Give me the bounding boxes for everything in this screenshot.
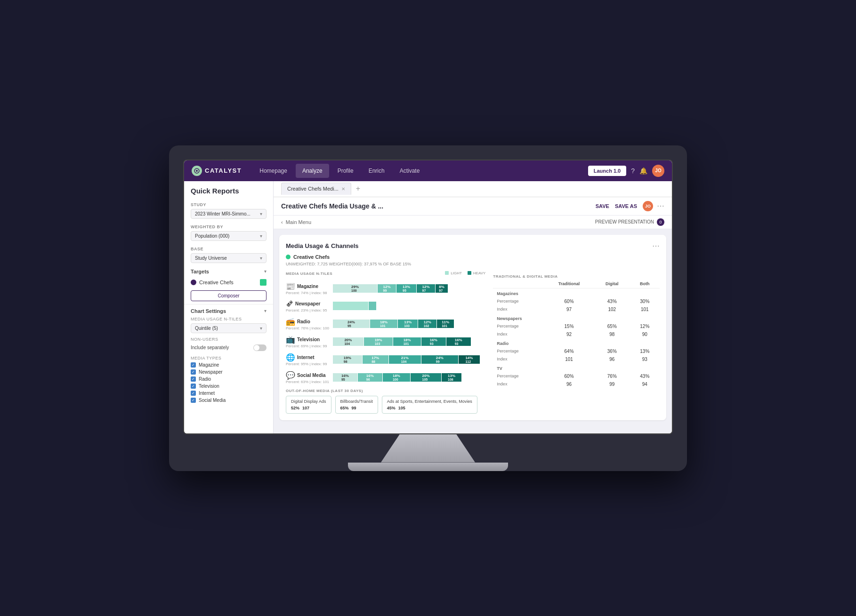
include-separately-toggle[interactable] [253,344,266,351]
weighted-dropdown[interactable]: Population (000) ▾ [191,231,266,241]
nav-analyze[interactable]: Analyze [296,164,329,178]
td-row-tv-cat: TV [493,363,660,372]
td-table: Traditional Digital Both Magazines [493,280,660,388]
ooh-cards: Digital Display Ads 52% 107 [286,396,485,414]
bar-container-newspaper [333,302,485,310]
non-users-row: Include separately [184,343,273,353]
bar-container-magazine: 29%100 12%99 13%95 12%97 8%97 [333,284,485,293]
td-row-tv-pct: Percentage 60% 76% 43% [493,372,660,380]
targets-header[interactable]: Targets ▾ [184,266,273,277]
social-media-checkbox[interactable] [191,398,196,403]
nav-profile[interactable]: Profile [331,164,360,178]
bar-q2-internet: 17%88 [363,355,388,364]
checkbox-radio[interactable]: Radio [184,376,273,383]
legend-heavy: HEAVY [468,271,486,275]
tab-close-icon[interactable]: ✕ [341,186,345,192]
study-dropdown[interactable]: 2023 Winter MRI-Simmo... ▾ [191,209,266,219]
bar-row-internet: 19%98 17%88 21%104 24%99 14%112 [333,355,485,364]
report-content: Media Usage & Channels ⋯ Creative Chefs … [274,229,672,433]
media-label-internet: 🌐 Internet Percent: 95% | Index: 99 [286,353,333,366]
bar-q4-social: 20%105 [411,373,441,382]
nav-activate[interactable]: Activate [393,164,427,178]
nav-items: Homepage Analyze Profile Enrich Activate [253,164,588,178]
breadcrumb[interactable]: ‹ Main Menu [281,219,311,225]
bell-icon[interactable]: 🔔 [639,167,647,175]
heavy-legend-icon [468,271,471,275]
television-checkbox[interactable] [191,384,196,389]
td-row-newspapers-cat: Newspapers [493,313,660,322]
preview-presentation-button[interactable]: PREVIEW PRESENTATION 0 [595,218,664,226]
weighted-value: Population (000) [195,233,229,239]
media-label-television: 📺 Television Percent: 69% | Index: 99 [286,335,333,348]
media-label-social: 💬 Social Media Percent: 63% | Index: 101 [286,371,333,384]
base-dropdown[interactable]: Study Universe ▾ [191,253,266,263]
media-label-magazine: 📰 Magazine Percent: 74% | Index: 98 [286,282,333,295]
ooh-card-vals-1: 52% 107 [291,406,326,410]
media-usage-dropdown[interactable]: Quintile (5) ▾ [191,323,266,333]
checkbox-internet[interactable]: Internet [184,390,273,397]
bar-q4-tv: 16%93 [421,337,446,346]
td-row-magazines-pct: Percentage 60% 43% 30% [493,297,660,305]
bar-row-television: 20%104 19%103 18%101 16%93 16%93 [333,337,485,346]
ooh-card-billboards: Billboards/Transit 65% 99 [335,396,378,414]
checkbox-social-media[interactable]: Social Media [184,397,273,404]
bar-container-social: 16%95 16%96 18%100 20%105 13%108 [333,373,485,382]
checkbox-television[interactable]: Television [184,383,273,390]
ooh-section: OUT-OF-HOME MEDIA (LAST 30 DAYS) Digital… [286,389,485,414]
td-row-magazines-idx: Index 97 102 101 [493,305,660,313]
bar-q1-radio: 24%95 [333,320,370,328]
bar-q4-magazine: 12%97 [417,284,435,293]
checkbox-magazine[interactable]: Magazine [184,361,273,368]
base-label: BASE [191,247,266,251]
target-item: Creative Chefs [184,277,273,288]
card-more-icon[interactable]: ⋯ [652,241,660,250]
logo-icon [192,166,202,176]
composer-button[interactable]: Composer [191,290,266,301]
monitor-outer: CATALYST Homepage Analyze Profile Enrich… [169,145,687,471]
bar-q1-newspaper [333,302,368,310]
avatar[interactable]: JO [652,165,664,177]
study-section: STUDY 2023 Winter MRI-Simmo... ▾ [184,200,273,222]
nav-enrich[interactable]: Enrich [362,164,391,178]
bar-q2-newspaper [369,302,376,310]
media-usage-section: Quintile (5) ▾ [184,322,273,336]
media-row-internet: 🌐 Internet Percent: 95% | Index: 99 19%9… [286,353,485,366]
targets-chevron: ▾ [264,269,266,274]
preview-badge: 0 [657,218,664,226]
radio-checkbox[interactable] [191,376,196,382]
save-button[interactable]: SAVE [596,203,609,209]
magazine-checkbox[interactable] [191,362,196,368]
td-row-magazines-cat: Magazines [493,288,660,297]
ooh-card-title-3: Ads at Sports, Entertainment, Events, Mo… [387,399,472,405]
chart-settings-header[interactable]: Chart Settings ▾ [184,304,273,316]
tab-creative-chefs[interactable]: Creative Chefs Medi... ✕ [281,183,351,195]
save-as-button[interactable]: SAVE AS [615,203,637,209]
ooh-card-vals-3: 45% 105 [387,406,472,410]
left-chart: MEDIA USAGE N-TILES LIGHT [286,271,485,414]
td-row-radio-cat: Radio [493,338,660,347]
stats-row: UNWEIGHTED: 7,725 WEIGHTED(000): 37,975 … [286,262,660,266]
target-radio: Creative Chefs [191,280,234,285]
page-title: Creative Chefs Media Usage & ... [281,202,383,210]
bar-q4-radio: 12%102 [418,320,436,328]
bar-q2-magazine: 12%99 [378,284,396,293]
internet-checkbox[interactable] [191,391,196,396]
newspaper-checkbox[interactable] [191,369,196,375]
more-options-icon[interactable]: ⋯ [657,201,664,210]
media-row-newspaper: 🗞 Newspaper Percent: 23% | Index: 95 [286,300,485,312]
tab-add-button[interactable]: + [353,184,363,193]
launch-button[interactable]: Launch 1.0 [588,166,626,176]
media-usage-value: Quintile (5) [195,326,218,331]
light-legend-icon [445,271,449,275]
help-icon[interactable]: ? [631,167,635,175]
bar-q5-radio: 11%101 [437,320,454,328]
tab-bar: Creative Chefs Medi... ✕ + [274,181,672,197]
bar-q1-magazine: 29%100 [333,284,377,293]
checkbox-newspaper[interactable]: Newspaper [184,368,273,376]
bar-q4-internet: 24%99 [421,355,458,364]
bar-q3-magazine: 13%95 [396,284,416,293]
bar-q2-tv: 19%103 [364,337,393,346]
nav-homepage[interactable]: Homepage [253,164,294,178]
right-section-label: TRADITIONAL & DIGITAL MEDIA [493,274,557,279]
bar-q5-internet: 14%112 [459,355,480,364]
